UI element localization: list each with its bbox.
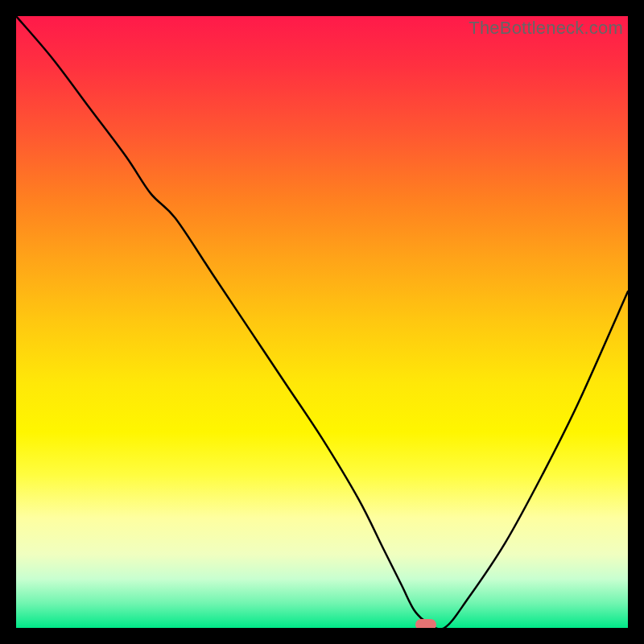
- optimal-point-marker: [415, 619, 436, 628]
- bottleneck-curve: [16, 16, 628, 628]
- plot-area: TheBottleneck.com: [16, 16, 628, 628]
- chart-container: TheBottleneck.com: [0, 0, 644, 644]
